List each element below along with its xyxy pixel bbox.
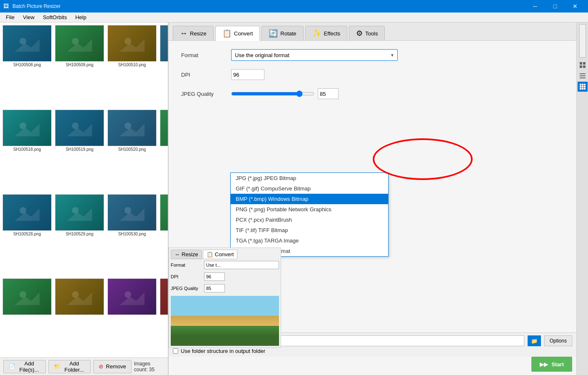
- folder-structure-label: Use folder structure in output folder: [181, 348, 265, 354]
- list-item[interactable]: [159, 278, 168, 356]
- image-panel: SH100508.pngSH100509.pngSH100510.pngSH10…: [0, 22, 168, 375]
- mini-resize-icon: ↔: [174, 251, 180, 258]
- jpeg-quality-slider[interactable]: [231, 90, 314, 97]
- right-sidebar: [576, 22, 588, 375]
- list-item[interactable]: SH100518.png: [2, 109, 52, 192]
- svg-marker-92: [15, 292, 40, 305]
- format-row: Format Use the original format ▼: [181, 49, 564, 61]
- format-option-gif[interactable]: GIF (*.gif) CompuServe Bitmap: [231, 183, 388, 194]
- folder-open-icon: 📁: [531, 338, 538, 344]
- svg-rect-114: [584, 84, 586, 85]
- image-filename: SH100519.png: [55, 147, 104, 152]
- view-grid-icon[interactable]: [578, 82, 588, 92]
- list-item[interactable]: SH100510.png: [107, 24, 157, 107]
- mini-format-label: Format: [171, 262, 204, 268]
- list-item[interactable]: [107, 278, 157, 356]
- format-option-tga[interactable]: TGA (*.tga) TARGA Image: [231, 235, 388, 246]
- mini-jpeg-input[interactable]: [204, 284, 225, 292]
- list-item[interactable]: SH100519.png: [54, 109, 105, 192]
- format-option-png[interactable]: PNG (*.png) Portable Network Graphics: [231, 204, 388, 215]
- format-select[interactable]: Use the original format: [231, 49, 398, 61]
- image-grid[interactable]: SH100508.pngSH100509.pngSH100510.pngSH10…: [0, 22, 168, 358]
- list-item[interactable]: SH100509.png: [54, 24, 105, 107]
- mini-format-row: Format: [171, 261, 279, 269]
- list-item[interactable]: SH100520.png: [107, 109, 157, 192]
- title-text: Batch Picture Resizer: [12, 3, 526, 9]
- destination-browse-button[interactable]: 📁: [528, 335, 541, 346]
- close-button[interactable]: ✕: [566, 0, 585, 12]
- jpeg-quality-value[interactable]: [318, 88, 339, 99]
- list-item[interactable]: [159, 193, 168, 276]
- list-item[interactable]: SH100530.png: [107, 193, 157, 276]
- view-list-icon[interactable]: [578, 71, 588, 81]
- format-option-bmp[interactable]: BMP (*.bmp) Windows Bitmap: [231, 194, 388, 204]
- mini-jpeg-row: JPEG Quality: [171, 284, 279, 292]
- svg-rect-116: [582, 86, 583, 88]
- view-large-icon[interactable]: [578, 60, 588, 70]
- svg-marker-65: [67, 208, 92, 221]
- mini-tab-convert[interactable]: 📋 Convert: [203, 250, 238, 259]
- dpi-row: DPI: [181, 69, 564, 80]
- convert-icon: 📋: [222, 29, 232, 38]
- tab-rotate-label: Rotate: [280, 30, 296, 37]
- list-item[interactable]: [159, 109, 168, 192]
- image-filename: SH100528.png: [2, 232, 52, 236]
- tab-resize[interactable]: ↔ Resize: [173, 26, 214, 40]
- svg-marker-62: [15, 208, 40, 221]
- format-option-pcx[interactable]: PCX (*.pcx) PaintBrush: [231, 215, 388, 225]
- list-item[interactable]: [2, 278, 52, 356]
- format-dropdown-list[interactable]: JPG (*.jpg) JPEG Bitmap GIF (*.gif) Comp…: [230, 172, 389, 257]
- window-controls[interactable]: ─ □ ✕: [526, 0, 585, 12]
- tools-icon: ⚙: [356, 29, 363, 38]
- menu-help[interactable]: Help: [71, 12, 91, 22]
- list-item[interactable]: SH100508.png: [2, 24, 52, 107]
- svg-marker-98: [120, 292, 145, 305]
- menu-view[interactable]: View: [19, 12, 39, 22]
- tab-convert[interactable]: 📋 Convert: [215, 26, 260, 41]
- tab-tools[interactable]: ⚙ Tools: [349, 26, 385, 40]
- list-item[interactable]: SH100529.png: [54, 193, 105, 276]
- tab-effects-label: Effects: [324, 30, 341, 37]
- tab-resize-label: Resize: [190, 30, 207, 37]
- minimize-button[interactable]: ─: [526, 0, 545, 12]
- options-button[interactable]: Options: [544, 335, 572, 346]
- svg-rect-112: [580, 84, 581, 85]
- mini-format-input[interactable]: [204, 261, 279, 269]
- svg-marker-68: [120, 208, 145, 221]
- maximize-button[interactable]: □: [546, 0, 565, 12]
- app-icon: 🖼: [3, 3, 10, 10]
- scrollbar-area[interactable]: [579, 24, 586, 58]
- svg-rect-115: [580, 86, 581, 88]
- mini-dpi-label: DPI: [171, 274, 204, 279]
- jpeg-quality-label: JPEG Quality: [181, 91, 231, 97]
- folder-structure-checkbox[interactable]: [173, 348, 178, 354]
- svg-marker-35: [67, 124, 92, 136]
- svg-marker-8: [120, 39, 145, 52]
- add-files-button[interactable]: 📄 Add File(s)...: [3, 360, 46, 373]
- menu-bar: File View SoftOrbits Help: [0, 12, 588, 22]
- mini-dpi-input[interactable]: [204, 272, 225, 281]
- start-button[interactable]: ▶▶ Start: [531, 357, 572, 372]
- mini-tabs: ↔ Resize 📋 Convert: [171, 250, 279, 259]
- remove-button[interactable]: ⊘ Remove: [93, 360, 131, 373]
- list-item[interactable]: SH100528.png: [2, 193, 52, 276]
- title-bar: 🖼 Batch Picture Resizer ─ □ ✕: [0, 0, 588, 12]
- list-item[interactable]: [54, 278, 105, 356]
- tab-effects[interactable]: ✨ Effects: [305, 26, 348, 40]
- effects-icon: ✨: [312, 29, 321, 38]
- add-files-icon: 📄: [9, 363, 15, 370]
- menu-softorbits[interactable]: SoftOrbits: [39, 12, 71, 22]
- mini-tab-resize[interactable]: ↔ Resize: [171, 250, 202, 259]
- tab-rotate[interactable]: 🔄 Rotate: [262, 26, 303, 40]
- main-container: SH100508.pngSH100509.pngSH100510.pngSH10…: [0, 22, 588, 375]
- list-item[interactable]: SH100511.png: [159, 24, 168, 107]
- dpi-input[interactable]: [231, 69, 264, 80]
- add-folder-button[interactable]: 📁 Add Folder...: [48, 360, 91, 373]
- svg-rect-108: [583, 65, 586, 68]
- svg-rect-111: [580, 78, 586, 78]
- format-option-jpg[interactable]: JPG (*.jpg) JPEG Bitmap: [231, 173, 388, 183]
- svg-marker-2: [15, 39, 40, 52]
- mini-dpi-row: DPI: [171, 272, 279, 281]
- format-option-tif[interactable]: TIF (*.tif) TIFF Bitmap: [231, 225, 388, 235]
- menu-file[interactable]: File: [2, 12, 19, 22]
